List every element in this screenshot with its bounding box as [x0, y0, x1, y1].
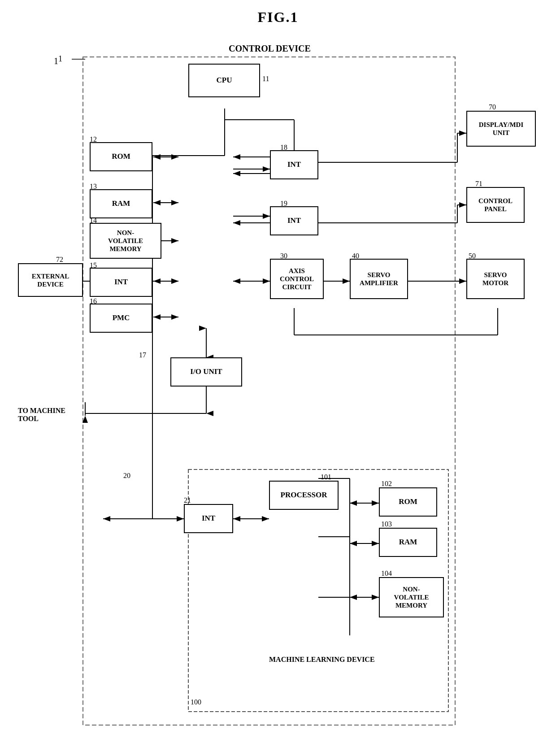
- servo-motor-box: SERVO MOTOR: [466, 259, 525, 299]
- ram103-ref: 103: [381, 520, 392, 528]
- cpu-box: CPU: [188, 64, 260, 97]
- display-mdi-ref: 70: [489, 103, 496, 111]
- int19-ref: 19: [280, 200, 287, 208]
- int19-box: INT: [270, 206, 318, 235]
- ram-box: RAM: [90, 189, 152, 218]
- external-device-ref: 72: [56, 256, 63, 264]
- axis-ref: 30: [280, 252, 287, 260]
- svg-text:1: 1: [58, 54, 62, 63]
- ram103-box: RAM: [379, 528, 437, 557]
- servo-motor-ref: 50: [469, 252, 476, 260]
- to-machine-tool-label: TO MACHINE TOOL: [18, 407, 65, 423]
- ref1-label: 1: [54, 56, 58, 66]
- rom-ref: 12: [90, 135, 97, 143]
- ref20-label: 20: [123, 472, 130, 480]
- rom102-box: ROM: [379, 487, 437, 517]
- pmc-box: PMC: [90, 304, 152, 333]
- int21-ref: 21: [184, 496, 191, 504]
- io-unit-box: I/O UNIT: [170, 357, 242, 387]
- nonvolatile-box: NON- VOLATILE MEMORY: [90, 223, 161, 259]
- io-unit-ref: 17: [139, 351, 146, 359]
- ml-device-ref: 100: [191, 698, 201, 706]
- cpu-ref: 11: [262, 75, 269, 83]
- int15-ref: 15: [90, 261, 97, 269]
- external-device-box: EXTERNAL DEVICE: [18, 263, 83, 297]
- servo-amp-ref: 40: [352, 252, 359, 260]
- processor-box: PROCESSOR: [269, 481, 339, 510]
- control-panel-box: CONTROL PANEL: [466, 187, 525, 223]
- rom102-ref: 102: [381, 480, 392, 488]
- nonvolatile104-ref: 104: [381, 569, 392, 578]
- int18-box: INT: [270, 150, 318, 179]
- processor-ref: 101: [321, 473, 331, 481]
- diagram-container: 1: [13, 30, 543, 739]
- int21-box: INT: [184, 504, 233, 533]
- nonvolatile104-box: NON- VOLATILE MEMORY: [379, 577, 444, 617]
- ram-ref: 13: [90, 182, 97, 191]
- int15-box: INT: [90, 268, 152, 297]
- ml-device-label: MACHINE LEARNING DEVICE: [269, 656, 375, 664]
- control-panel-ref: 71: [475, 180, 482, 188]
- pmc-ref: 16: [90, 297, 97, 305]
- page: FIG.1: [0, 0, 556, 756]
- axis-control-box: AXIS CONTROL CIRCUIT: [270, 259, 324, 299]
- control-device-label: CONTROL DEVICE: [229, 43, 311, 54]
- display-mdi-box: DISPLAY/MDI UNIT: [466, 111, 536, 147]
- nonvolatile-ref: 14: [90, 217, 97, 225]
- int18-ref: 18: [280, 143, 287, 152]
- figure-title: FIG.1: [9, 9, 547, 26]
- rom-box: ROM: [90, 142, 152, 171]
- servo-amp-box: SERVO AMPLIFIER: [350, 259, 408, 299]
